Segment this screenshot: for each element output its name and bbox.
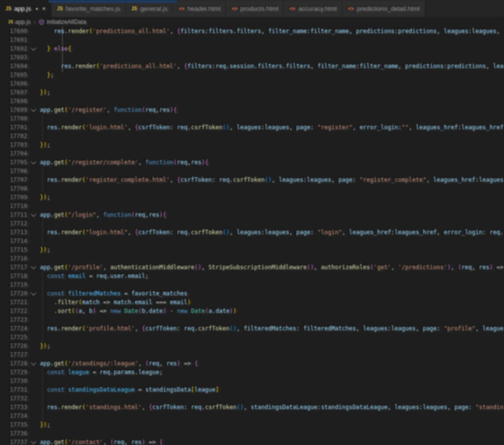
code-line[interactable]: 17726}); bbox=[0, 342, 504, 350]
fold-chevron-icon[interactable] bbox=[31, 106, 36, 112]
code-line[interactable]: 17714 bbox=[0, 237, 504, 245]
code-line[interactable]: 17720 const filteredMatches = favorite_m… bbox=[0, 289, 504, 298]
fold-chevron-icon[interactable] bbox=[31, 439, 36, 444]
code-line[interactable]: 17718 const email = req.user.email; bbox=[0, 272, 504, 280]
code-line[interactable]: 17703}); bbox=[0, 140, 504, 149]
code-line[interactable]: 17698 bbox=[0, 97, 504, 105]
code-line[interactable]: 17707 res.render('register_complete.html… bbox=[0, 175, 504, 184]
fold-cell bbox=[27, 385, 40, 394]
code-line[interactable]: 17695 }; bbox=[0, 70, 504, 79]
indent-guide bbox=[42, 272, 43, 350]
code-line[interactable]: 17717app.get('/profile', authenticationM… bbox=[0, 263, 504, 272]
code-text bbox=[40, 237, 504, 245]
line-number: 17724 bbox=[8, 324, 27, 333]
fold-cell bbox=[27, 342, 40, 350]
code-line[interactable]: 17705app.get('/register/complete', funct… bbox=[0, 158, 504, 167]
code-text: res.render('register_complete.html', {cs… bbox=[40, 175, 504, 184]
fold-cell bbox=[27, 394, 40, 403]
html-file-icon: <> bbox=[231, 6, 237, 11]
code-line[interactable]: 17711app.get("/login", function(req,res)… bbox=[0, 210, 504, 219]
code-line[interactable]: 17732 bbox=[0, 394, 504, 403]
code-line[interactable]: 17733 res.render('standings.html', {csrf… bbox=[0, 403, 504, 411]
code-line[interactable]: 17706 bbox=[0, 167, 504, 175]
tab-header-html[interactable]: <>header.html bbox=[173, 0, 226, 17]
fold-chevron-icon[interactable] bbox=[31, 290, 36, 295]
code-text bbox=[40, 350, 504, 359]
fold-chevron-icon[interactable] bbox=[31, 264, 36, 269]
code-line[interactable]: 17736 bbox=[0, 429, 504, 438]
line-number: 17732 bbox=[8, 394, 27, 403]
code-line[interactable]: 17715}); bbox=[0, 245, 504, 254]
breadcrumb: JS app.js › initializeAllData bbox=[0, 17, 504, 27]
code-line[interactable]: 17704 bbox=[0, 149, 504, 158]
tab-app-js[interactable]: JSapp.js●× bbox=[0, 0, 52, 17]
fold-cell bbox=[27, 210, 40, 219]
code-line[interactable]: 17724 res.render('profile.html', {csrfTo… bbox=[0, 324, 504, 333]
code-line[interactable]: 17729 const league = req.params.league; bbox=[0, 368, 504, 377]
code-line[interactable]: 17716 bbox=[0, 254, 504, 263]
code-line[interactable]: 17694 res.render('predictions_all.html',… bbox=[0, 62, 504, 70]
code-line[interactable]: 17730 bbox=[0, 377, 504, 385]
code-line[interactable]: 17731 const standingsDataLeague = standi… bbox=[0, 385, 504, 394]
code-line[interactable]: 17700 bbox=[0, 114, 504, 123]
fold-cell bbox=[27, 97, 40, 105]
fold-chevron-icon[interactable] bbox=[31, 211, 36, 217]
code-line[interactable]: 17709}); bbox=[0, 193, 504, 202]
indent-guide bbox=[62, 27, 63, 72]
code-line[interactable]: 17696 bbox=[0, 79, 504, 88]
code-line[interactable]: 17702 bbox=[0, 132, 504, 140]
fold-cell bbox=[27, 62, 40, 70]
code-line[interactable]: 17712 bbox=[0, 219, 504, 228]
tab-products-html[interactable]: <>products.html bbox=[226, 0, 284, 17]
line-number: 17737 bbox=[8, 438, 27, 445]
tab-accuracy-html[interactable]: <>accuracy.html bbox=[284, 0, 342, 17]
tab-label: predictions_detail.html bbox=[357, 5, 419, 12]
code-line[interactable]: 17719 bbox=[0, 280, 504, 289]
line-number: 17695 bbox=[8, 70, 27, 79]
code-text: }; bbox=[40, 70, 504, 79]
tab-label: accuracy.html bbox=[298, 5, 336, 12]
code-line[interactable]: 17725 bbox=[0, 333, 504, 342]
code-line[interactable]: 17692 } else{ bbox=[0, 44, 504, 53]
code-text bbox=[40, 411, 504, 420]
code-text: }); bbox=[40, 245, 504, 254]
code-line[interactable]: 17701 res.render('login.html', {csrfToke… bbox=[0, 123, 504, 132]
code-line[interactable]: 17737app.get('/contact', (req, res) => { bbox=[0, 438, 504, 445]
code-line[interactable]: 17723 bbox=[0, 315, 504, 324]
tab-predictions_detail-html[interactable]: <>predictions_detail.html bbox=[343, 0, 425, 17]
code-line[interactable]: 17699app.get('/register', function(req,r… bbox=[0, 105, 504, 114]
code-text: app.get('/standings/:league', (req, res)… bbox=[40, 359, 504, 368]
code-line[interactable]: 17728app.get('/standings/:league', (req,… bbox=[0, 359, 504, 368]
code-text bbox=[40, 377, 504, 385]
code-line[interactable]: 17721 .filter(match => match.email === e… bbox=[0, 298, 504, 307]
code-line[interactable]: 17710 bbox=[0, 202, 504, 210]
fold-chevron-icon[interactable] bbox=[31, 360, 36, 365]
code-line[interactable]: 17713 res.render("login.html", {csrfToke… bbox=[0, 228, 504, 237]
code-text: res.render('predictions_all.html', {filt… bbox=[40, 62, 504, 70]
code-line[interactable]: 17690 res.render('predictions_all.html',… bbox=[0, 27, 504, 35]
code-editor: 17690 res.render('predictions_all.html',… bbox=[0, 27, 504, 445]
close-icon[interactable]: × bbox=[42, 5, 46, 12]
code-line[interactable]: 17693 bbox=[0, 53, 504, 62]
fold-cell bbox=[27, 53, 40, 62]
fold-chevron-icon[interactable] bbox=[31, 159, 36, 164]
fold-cell bbox=[27, 158, 40, 167]
fold-chevron-icon[interactable] bbox=[31, 45, 36, 51]
code-line[interactable]: 17708 bbox=[0, 184, 504, 193]
code-text: const email = req.user.email; bbox=[40, 272, 504, 280]
code-text bbox=[40, 219, 504, 228]
code-line[interactable]: 17727 bbox=[0, 350, 504, 359]
code-line[interactable]: 17722 .sort((a, b) => new Date(b.date) -… bbox=[0, 307, 504, 315]
line-number: 17735 bbox=[8, 420, 27, 429]
fold-cell bbox=[27, 315, 40, 324]
code-text: app.get('/register', function(req,res){ bbox=[40, 105, 504, 114]
code-line[interactable]: 17697}); bbox=[0, 88, 504, 97]
fold-cell bbox=[27, 263, 40, 272]
line-number: 17694 bbox=[8, 62, 27, 70]
code-line[interactable]: 17735}); bbox=[0, 420, 504, 429]
breadcrumb-item-symbol[interactable]: initializeAllData bbox=[38, 18, 86, 25]
code-line[interactable]: 17691 bbox=[0, 35, 504, 44]
code-line[interactable]: 17734 bbox=[0, 411, 504, 420]
breadcrumb-item-file[interactable]: JS app.js bbox=[8, 18, 31, 25]
fold-cell bbox=[27, 237, 40, 245]
